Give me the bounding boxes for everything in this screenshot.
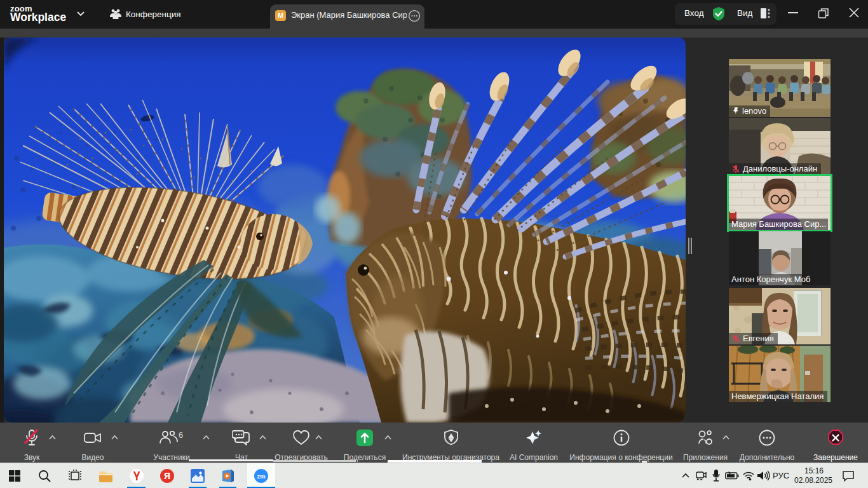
- svg-text:6: 6: [179, 430, 183, 440]
- svg-text:zm: zm: [257, 473, 265, 480]
- svg-text:Я: Я: [164, 471, 170, 481]
